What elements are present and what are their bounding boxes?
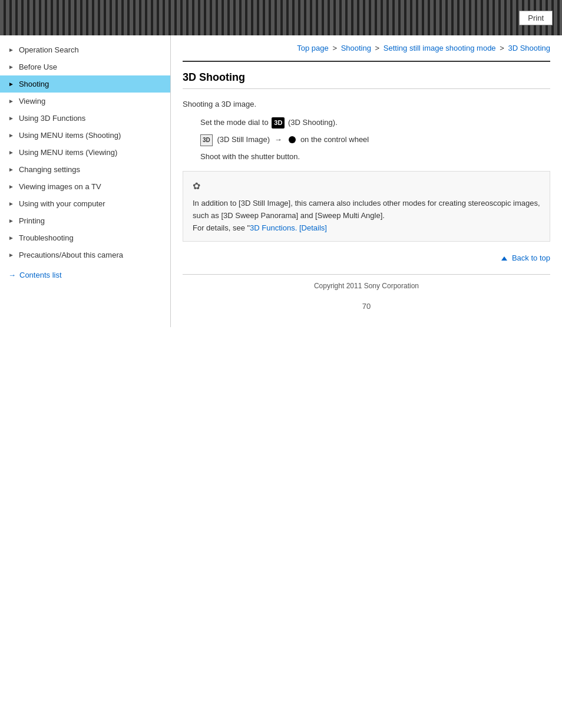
sidebar-item-shooting[interactable]: ►Shooting [0,75,170,93]
sidebar-item-label: Viewing [19,97,45,106]
page-number: 70 [183,297,550,315]
breadcrumb-sep3: > [500,44,504,52]
circle-icon [289,136,296,143]
breadcrumb-top-page[interactable]: Top page [297,44,329,52]
step2-arrow: → [275,135,282,144]
badge-3d: 3D [272,117,285,129]
footer: Copyright 2011 Sony Corporation [183,274,550,297]
arrow-icon: ► [8,235,14,241]
content-area: Top page > Shooting > Setting still imag… [171,35,562,327]
back-to-top: Back to top [183,253,550,262]
hint-detail-link2[interactable]: [Details] [299,223,327,232]
sidebar-item-viewing[interactable]: ►Viewing [0,93,170,110]
contents-list-link[interactable]: → Contents list [0,266,170,284]
step-1: Set the mode dial to 3D (3D Shooting). [200,117,550,129]
breadcrumb-setting-still[interactable]: Setting still image shooting mode [384,44,496,52]
breadcrumb-sep1: > [332,44,337,52]
sidebar-item-label: Before Use [19,62,57,71]
triangle-icon [501,256,507,261]
back-to-top-label: Back to top [512,253,550,262]
3d-still-icon: 3D [200,134,213,146]
top-rule [183,61,550,62]
step1-suffix: (3D Shooting). [288,118,338,127]
arrow-icon: ► [8,81,14,87]
sidebar-item-label: Printing [19,216,45,225]
hint-text: In addition to [3D Still Image], this ca… [193,197,540,222]
intro-text: Shooting a 3D image. [183,98,550,111]
sidebar-item-label: Using with your computer [19,199,105,208]
sidebar-item-label: Using MENU items (Viewing) [19,148,117,157]
sidebar-item-using-menu-shooting[interactable]: ►Using MENU items (Shooting) [0,127,170,144]
sidebar-item-operation-search[interactable]: ►Operation Search [0,41,170,58]
sidebar-item-label: Using MENU items (Shooting) [19,131,121,140]
sidebar-item-label: Troubleshooting [19,233,74,242]
breadcrumb-shooting[interactable]: Shooting [341,44,371,52]
arrow-icon: ► [8,183,14,190]
arrow-icon: ► [8,166,14,173]
step2-prefix: (3D Still Image) [217,135,270,144]
arrow-right-icon: → [8,271,16,279]
copyright-text: Copyright 2011 Sony Corporation [314,282,419,290]
arrow-icon: ► [8,252,14,258]
sidebar-item-label: Changing settings [19,165,80,174]
page-title: 3D Shooting [183,71,550,89]
sidebar-item-precautions[interactable]: ►Precautions/About this camera [0,246,170,263]
contents-list-label: Contents list [19,271,62,279]
sidebar-item-label: Shooting [19,80,49,88]
sidebar-item-label: Viewing images on a TV [19,182,101,191]
sidebar-item-changing-settings[interactable]: ►Changing settings [0,161,170,178]
arrow-icon: ► [8,218,14,224]
sidebar-item-troubleshooting[interactable]: ►Troubleshooting [0,229,170,246]
step2-suffix: on the control wheel [300,135,369,144]
hint-detail: For details, see "3D Functions. [Details… [193,222,540,235]
sidebar-item-before-use[interactable]: ►Before Use [0,58,170,75]
arrow-icon: ► [8,149,14,156]
arrow-icon: ► [8,115,14,121]
breadcrumb-sep2: > [375,44,380,52]
breadcrumb: Top page > Shooting > Setting still imag… [183,41,550,52]
sidebar-item-viewing-tv[interactable]: ►Viewing images on a TV [0,178,170,195]
breadcrumb-current[interactable]: 3D Shooting [508,44,550,52]
sidebar: ►Operation Search►Before Use►Shooting►Vi… [0,35,171,327]
arrow-icon: ► [8,98,14,104]
hint-detail-link[interactable]: 3D Functions. [250,223,297,232]
step-2: 3D (3D Still Image) → on the control whe… [200,134,550,146]
hint-box: ✿ In addition to [3D Still Image], this … [183,171,550,242]
print-button[interactable]: Print [519,11,553,25]
sidebar-item-label: Operation Search [19,45,79,54]
step1-prefix: Set the mode dial to [200,118,269,127]
arrow-icon: ► [8,47,14,53]
back-to-top-link[interactable]: Back to top [501,253,550,262]
header-stripe: Print [0,0,562,35]
step-3: Shoot with the shutter button. [200,151,550,163]
sidebar-item-using-computer[interactable]: ►Using with your computer [0,195,170,212]
arrow-icon: ► [8,200,14,207]
sidebar-item-label: Using 3D Functions [19,114,85,123]
main-layout: ►Operation Search►Before Use►Shooting►Vi… [0,35,562,327]
sidebar-item-printing[interactable]: ►Printing [0,212,170,229]
sidebar-item-using-3d-functions[interactable]: ►Using 3D Functions [0,110,170,127]
sidebar-item-using-menu-viewing[interactable]: ►Using MENU items (Viewing) [0,144,170,161]
arrow-icon: ► [8,64,14,70]
hint-detail-prefix: For details, see " [193,223,250,232]
sidebar-item-label: Precautions/About this camera [19,251,123,259]
hint-icon: ✿ [193,179,540,194]
arrow-icon: ► [8,132,14,139]
